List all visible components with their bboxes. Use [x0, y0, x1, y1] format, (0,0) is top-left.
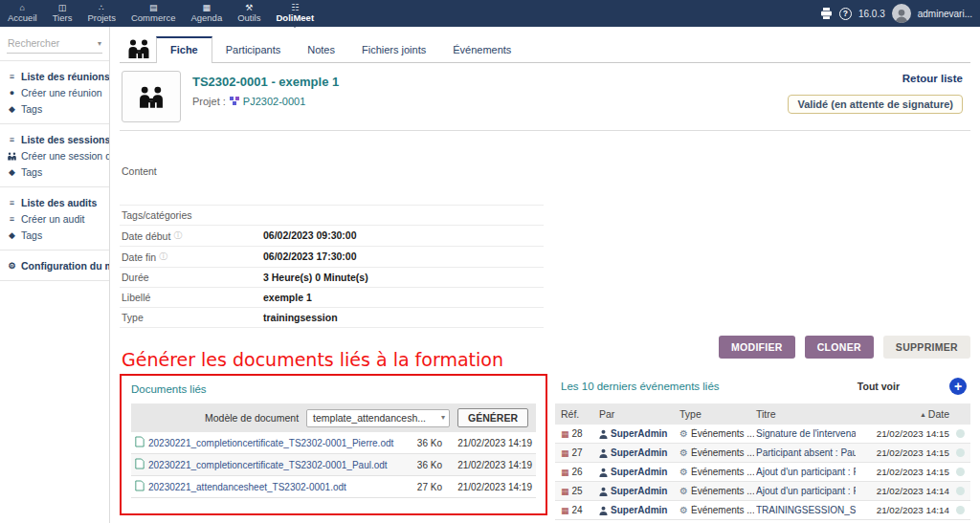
document-link[interactable]: 20230221_completioncertificate_TS2302-00…	[148, 438, 393, 448]
tab-notes[interactable]: Notes	[294, 38, 348, 62]
document-row: 20230221_attendancesheet_TS2302-0001.odt…	[131, 476, 536, 498]
comment-icon: ●	[7, 88, 17, 98]
field-row-duree: Durée 3 Heure(s) 0 Minute(s)	[120, 268, 544, 288]
caret-down-icon: ▾	[441, 413, 445, 422]
file-icon	[135, 480, 145, 493]
event-title[interactable]: TRAININGSESSION_SESSION_...	[756, 505, 856, 515]
fields-table: Content Tags/catégories Date début ⓘ 06/…	[120, 162, 544, 328]
sidebar-item-creer-audit[interactable]: ≡ Créer un audit	[0, 210, 109, 227]
sidebar-item-configuration[interactable]: ⚙ Configuration du mo...	[0, 257, 109, 273]
divider	[0, 250, 109, 251]
version-label: 16.0.3	[858, 9, 885, 19]
sidebar-item-liste-sessions[interactable]: ≡ Liste des sessions d...	[0, 131, 109, 147]
menu-agenda[interactable]: ▦ Agenda	[183, 0, 230, 27]
list-icon: ≡	[7, 214, 17, 224]
gear-icon: ⚙	[679, 505, 688, 515]
username-label[interactable]: adminevari...	[918, 9, 972, 19]
sidebar-item-tags-reunions[interactable]: ◆ Tags	[0, 100, 109, 117]
file-icon	[135, 458, 145, 471]
event-row: ▦24 SuperAdmin ⚙Événements ... TRAININGS…	[555, 501, 970, 520]
search-box: ▾	[7, 34, 102, 54]
cloner-button[interactable]: CLONER	[805, 336, 874, 359]
document-row: 20230221_completioncertificate_TS2302-00…	[131, 432, 536, 454]
supprimer-button[interactable]: SUPPRIMER	[883, 336, 970, 359]
caret-down-icon[interactable]: ▾	[98, 39, 101, 48]
list-icon: ≡	[7, 198, 17, 207]
document-model-select[interactable]: template_attendancesh... ▾	[306, 409, 450, 427]
calendar-icon: ▦	[203, 3, 212, 12]
tab-evenements[interactable]: Événements	[439, 38, 524, 62]
sidebar-item-liste-audits[interactable]: ≡ Liste des audits	[0, 194, 109, 210]
document-link[interactable]: 20230221_completioncertificate_TS2302-00…	[148, 460, 388, 470]
info-icon: ⓘ	[173, 229, 182, 242]
event-row: ▦27 SuperAdmin ⚙Événements ... Participa…	[555, 444, 970, 463]
sidebar-item-creer-session[interactable]: Créer une session de ...	[0, 147, 109, 163]
project-icon	[230, 96, 239, 107]
tools-icon: ⚒	[245, 3, 253, 12]
back-to-list-link[interactable]: Retour liste	[788, 73, 963, 84]
event-title[interactable]: Signature de l'intervenant extérieu...	[756, 428, 856, 439]
list-icon: ≡	[7, 135, 17, 144]
avatar[interactable]	[892, 4, 911, 23]
object-banner: TS2302-0001 - exemple 1 Projet : PJ2302-…	[120, 63, 970, 131]
document-link[interactable]: 20230221_attendancesheet_TS2302-0001.odt	[148, 482, 346, 492]
add-event-button[interactable]: +	[949, 378, 967, 395]
status-dot	[956, 448, 965, 457]
search-input[interactable]	[8, 37, 84, 49]
event-ref[interactable]: 25	[572, 486, 583, 496]
modifier-button[interactable]: MODIFIER	[719, 336, 795, 359]
gear-icon: ⚙	[679, 467, 688, 477]
see-all-link[interactable]: Tout voir	[858, 381, 900, 392]
sidebar-item-tags-sessions[interactable]: ◆ Tags	[0, 163, 109, 180]
tab-fichiers-joints[interactable]: Fichiers joints	[348, 38, 439, 62]
menu-projets[interactable]: ∴ Projets	[79, 0, 123, 27]
calendar-icon: ▦	[561, 448, 569, 458]
meeting-icon	[7, 150, 17, 160]
commerce-icon: ▤	[149, 3, 158, 12]
menu-outils[interactable]: ⚒ Outils	[230, 0, 268, 27]
object-photo	[122, 71, 181, 122]
generate-button[interactable]: GÉNÉRER	[457, 408, 528, 427]
field-row-date-fin: Date fin ⓘ 06/02/2023 17:30:00	[120, 247, 544, 268]
event-date: 21/02/2023 14:14	[858, 486, 949, 496]
menu-commerce[interactable]: ▤ Commerce	[123, 0, 183, 27]
documents-title: Documents liés	[131, 383, 536, 395]
documents-table: 20230221_completioncertificate_TS2302-00…	[131, 432, 536, 498]
field-row-type: Type trainingsession	[120, 308, 544, 328]
event-ref[interactable]: 28	[572, 428, 583, 439]
event-ref[interactable]: 26	[572, 467, 583, 477]
event-title[interactable]: Ajout d'un participant : Pierre	[756, 467, 856, 477]
sort-by-date[interactable]: ▲ Date	[858, 408, 949, 420]
event-title[interactable]: Ajout d'un participant : Paul	[756, 486, 856, 496]
sidebar-item-liste-reunions[interactable]: ≡ Liste des réunions	[0, 68, 109, 84]
menu-tiers[interactable]: ◫ Tiers	[45, 0, 80, 27]
action-buttons: MODIFIER CLONER SUPPRIMER	[719, 336, 970, 359]
menu-accueil[interactable]: ⌂ Accueil	[0, 0, 45, 27]
field-row-content: Content	[120, 162, 544, 206]
event-ref[interactable]: 24	[572, 505, 583, 515]
events-table-header: Réf. Par Type Titre ▲ Date	[555, 403, 970, 425]
event-title[interactable]: Participant absent : Paul	[756, 447, 856, 458]
gear-icon: ⚙	[679, 486, 688, 496]
tag-icon: ◆	[7, 167, 17, 177]
print-icon[interactable]	[820, 8, 833, 19]
event-ref[interactable]: 27	[572, 447, 583, 458]
info-icon: ⓘ	[159, 251, 167, 263]
project-link[interactable]: PJ2302-0001	[243, 96, 305, 107]
tag-icon: ◆	[7, 104, 17, 114]
menu-dolimeet[interactable]: ☷ DoliMeet	[268, 0, 322, 27]
annotation-text: Générer les documents liés à la formatio…	[122, 349, 503, 370]
tab-fiche[interactable]: Fiche	[156, 36, 212, 63]
tab-participants[interactable]: Participants	[212, 38, 294, 62]
user-icon	[599, 429, 608, 439]
main-content: Fiche Participants Notes Fichiers joints…	[110, 27, 980, 523]
document-date: 21/02/2023 14:19	[442, 438, 532, 448]
events-table: ▦28 SuperAdmin ⚙Événements ... Signature…	[555, 425, 970, 520]
dolimeet-icon: ☷	[291, 3, 299, 12]
banner-right: Retour liste Validé (en attente de signa…	[788, 71, 963, 122]
sidebar-item-creer-reunion[interactable]: ● Créer une réunion	[0, 84, 109, 100]
user-icon	[599, 468, 608, 477]
sidebar-item-tags-audits[interactable]: ◆ Tags	[0, 227, 109, 243]
help-icon[interactable]: ?	[839, 8, 852, 20]
user-icon	[599, 448, 608, 458]
